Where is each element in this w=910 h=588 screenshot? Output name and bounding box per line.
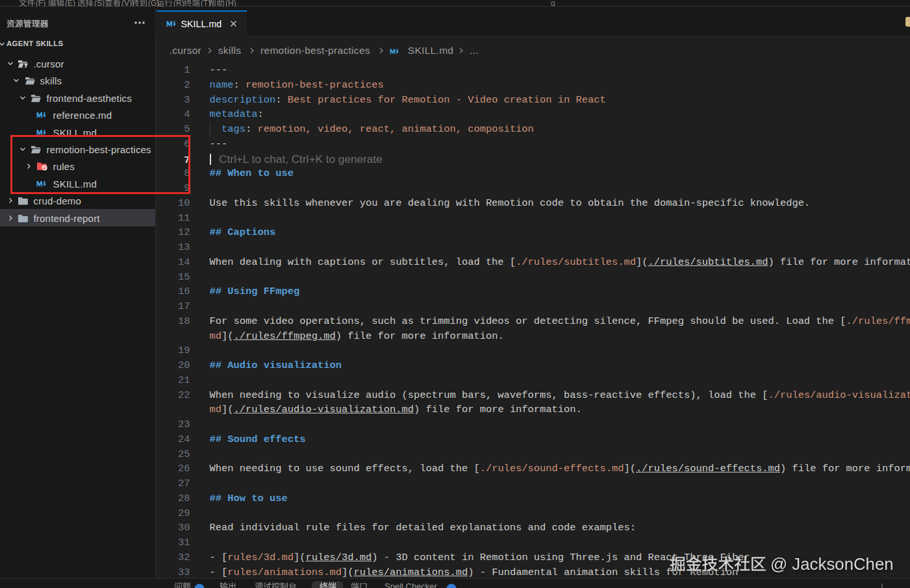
svg-text:(E): (E)	[65, 0, 75, 6]
svg-text:(V): (V)	[121, 0, 132, 6]
svg-text:(F): (F)	[36, 0, 45, 6]
svg-text:(S): (S)	[94, 0, 105, 6]
svg-text:(R): (R)	[173, 0, 184, 6]
svg-text:(T): (T)	[201, 0, 210, 6]
svg-text:(H): (H)	[225, 0, 236, 6]
svg-text:Spell Checker: Spell Checker	[385, 582, 438, 588]
svg-text:g: g	[551, 0, 555, 6]
svg-text:@ JacksonChen: @ JacksonChen	[770, 555, 894, 573]
